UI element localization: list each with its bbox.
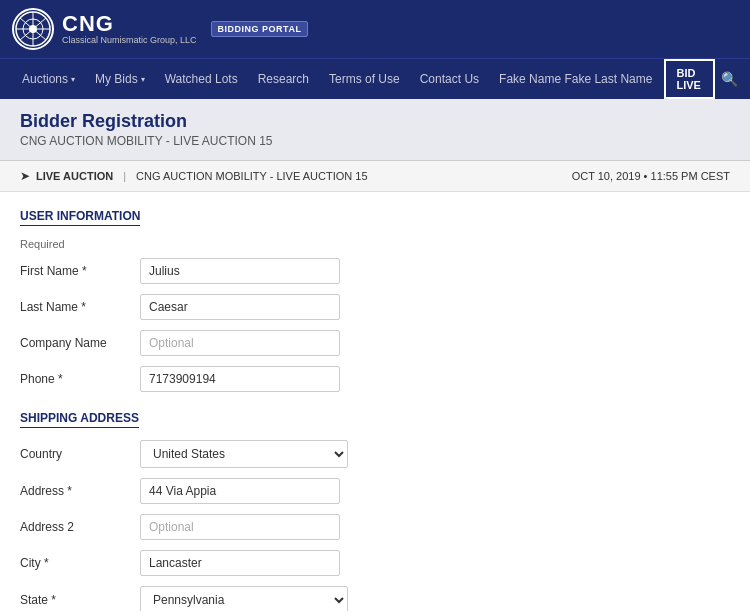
company-name-label: Company Name [20,336,140,350]
phone-label: Phone * [20,372,140,386]
bidding-portal-badge: BIDDING PORTAL [211,21,309,37]
required-note: Required [20,238,730,250]
site-header: CNG Classical Numismatic Group, LLC BIDD… [0,0,750,58]
company-name-group: Company Name [20,330,730,356]
state-label: State * [20,593,140,607]
last-name-input[interactable] [140,294,340,320]
state-select[interactable]: Pennsylvania [140,586,348,611]
auction-type-label: LIVE AUCTION [36,170,113,182]
city-input[interactable] [140,550,340,576]
nav-research[interactable]: Research [248,64,319,94]
country-label: Country [20,447,140,461]
country-group: Country United States [20,440,730,468]
last-name-label: Last Name * [20,300,140,314]
nav-auctions[interactable]: Auctions ▾ [12,64,85,94]
brand-name: CNG [62,13,197,35]
last-name-group: Last Name * [20,294,730,320]
first-name-input[interactable] [140,258,340,284]
search-icon[interactable]: 🔍 [721,71,738,87]
page-subtitle: CNG AUCTION MOBILITY - LIVE AUCTION 15 [20,134,730,148]
nav-user-name[interactable]: Fake Name Fake Last Name [489,64,662,94]
chevron-down-icon: ▾ [71,75,75,84]
nav-watched-lots[interactable]: Watched Lots [155,64,248,94]
address-group: Address * [20,478,730,504]
auction-date: OCT 10, 2019 • 11:55 PM CEST [572,170,730,182]
chevron-down-icon: ▾ [141,75,145,84]
phone-group: Phone * [20,366,730,392]
page-header: Bidder Registration CNG AUCTION MOBILITY… [0,99,750,161]
state-group: State * Pennsylvania [20,586,730,611]
user-info-section: USER INFORMATION Required First Name * L… [20,208,730,392]
auction-divider: | [123,170,126,182]
auction-banner: ➤ LIVE AUCTION | CNG AUCTION MOBILITY - … [0,161,750,192]
city-label: City * [20,556,140,570]
address2-input[interactable] [140,514,340,540]
nav-bid-live[interactable]: BID LIVE [664,59,715,99]
logo-icon [12,8,54,50]
country-select[interactable]: United States [140,440,348,468]
nav-my-bids[interactable]: My Bids ▾ [85,64,155,94]
address2-label: Address 2 [20,520,140,534]
address-input[interactable] [140,478,340,504]
address-label: Address * [20,484,140,498]
first-name-label: First Name * [20,264,140,278]
nav-terms-of-use[interactable]: Terms of Use [319,64,410,94]
auction-name: CNG AUCTION MOBILITY - LIVE AUCTION 15 [136,170,367,182]
city-group: City * [20,550,730,576]
auction-arrow-icon: ➤ [20,169,30,183]
shipping-section: SHIPPING ADDRESS Country United States A… [20,410,730,611]
brand-tagline: Classical Numismatic Group, LLC [62,35,197,46]
shipping-section-title: SHIPPING ADDRESS [20,411,139,428]
brand-text-group: CNG Classical Numismatic Group, LLC [62,13,197,46]
phone-input[interactable] [140,366,340,392]
page-title: Bidder Registration [20,111,730,132]
main-content: USER INFORMATION Required First Name * L… [0,192,750,611]
company-name-input[interactable] [140,330,340,356]
address2-group: Address 2 [20,514,730,540]
logo-area: CNG Classical Numismatic Group, LLC BIDD… [12,8,308,50]
user-info-section-title: USER INFORMATION [20,209,140,226]
main-nav: Auctions ▾ My Bids ▾ Watched Lots Resear… [0,58,750,99]
nav-contact-us[interactable]: Contact Us [410,64,489,94]
auction-info: ➤ LIVE AUCTION | CNG AUCTION MOBILITY - … [20,169,368,183]
first-name-group: First Name * [20,258,730,284]
